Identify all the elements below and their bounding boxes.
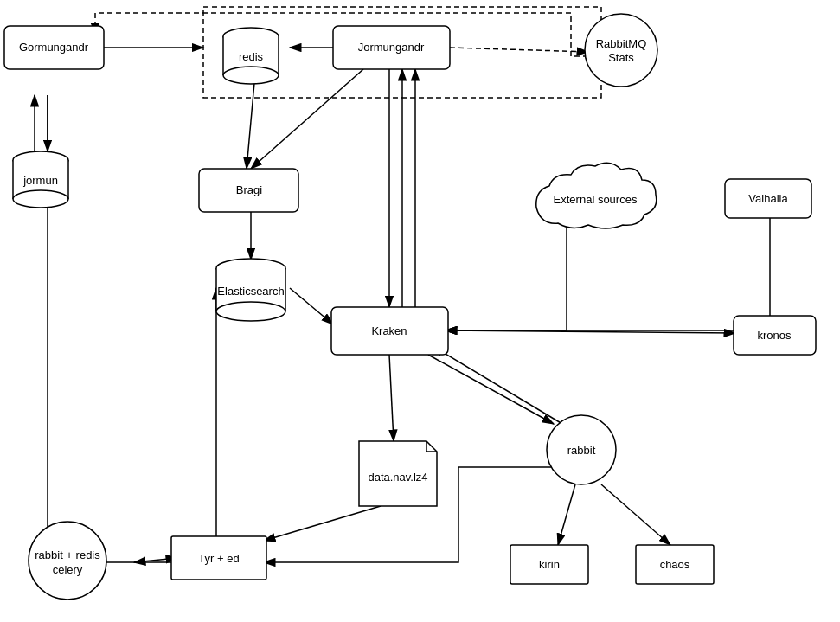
node-kronos: kronos <box>734 316 816 355</box>
node-chaos: chaos <box>636 545 714 584</box>
svg-point-23 <box>216 302 285 321</box>
label-rabbit: rabbit <box>567 444 596 457</box>
label-chaos: chaos <box>660 558 690 571</box>
conn-jormun-tyred <box>48 199 177 562</box>
node-valhalla: Valhalla <box>725 179 811 218</box>
conn-external-kraken <box>446 208 567 330</box>
conn-jorm-bragi <box>251 69 363 169</box>
label-jormun: jormun <box>22 174 58 187</box>
conn-rabbit-chaos <box>601 484 670 545</box>
conn-jorm-rabbitmq <box>450 48 588 52</box>
node-jormungandr: Jormungandr <box>333 26 450 69</box>
node-rabbit: rabbit <box>547 415 616 484</box>
node-redis: redis <box>223 28 279 84</box>
label-rabbit-redis-line2: celery <box>53 563 83 576</box>
label-redis: redis <box>239 50 264 63</box>
node-rabbit-redis: rabbit + redis celery <box>29 522 106 600</box>
label-external-sources: External sources <box>554 193 638 206</box>
conn-rabbit-kirin <box>558 484 575 545</box>
node-external-sources: External sources <box>536 163 657 228</box>
conn-redis-bragi <box>247 74 255 169</box>
label-rabbitmq-line2: Stats <box>608 51 634 64</box>
node-tyr-ed: Tyr + ed <box>171 536 266 580</box>
label-kraken: Kraken <box>371 324 407 337</box>
node-rabbitmq: RabbitMQ Stats <box>585 14 657 87</box>
label-valhalla: Valhalla <box>748 192 788 205</box>
label-gormungandr: Gormungandr <box>19 41 89 54</box>
label-jormungandr: Jormungandr <box>358 41 425 54</box>
label-tyr-ed: Tyr + ed <box>198 552 239 565</box>
conn-kraken-datafile <box>389 355 394 441</box>
svg-point-9 <box>223 67 279 84</box>
conn-rabbit-kraken <box>433 346 562 424</box>
conn-elastic-kraken <box>290 288 333 324</box>
label-data-nav: data.nav.lz4 <box>368 471 427 484</box>
node-data-nav: data.nav.lz4 <box>359 441 437 506</box>
label-elasticsearch: Elasticsearch <box>217 285 284 298</box>
label-bragi: Bragi <box>236 183 262 196</box>
node-kirin: kirin <box>510 545 588 584</box>
node-gormungandr: Gormungandr <box>4 26 104 69</box>
node-elasticsearch: Elasticsearch <box>216 259 285 321</box>
conn-valhalla-kraken <box>446 216 770 330</box>
node-jormun: jormun <box>13 151 68 208</box>
label-kronos: kronos <box>757 329 792 342</box>
conn-kraken-rabbit <box>428 355 554 424</box>
architecture-diagram: Gormungandr redis Jormungandr RabbitMQ S… <box>0 0 840 622</box>
node-bragi: Bragi <box>199 169 298 212</box>
label-rabbitmq-line1: RabbitMQ <box>596 37 647 50</box>
node-kraken: Kraken <box>331 307 448 355</box>
label-rabbit-redis-line1: rabbit + redis <box>35 548 100 561</box>
svg-point-16 <box>13 190 68 208</box>
conn-datafile-tyred <box>264 506 381 541</box>
label-kirin: kirin <box>539 558 560 571</box>
